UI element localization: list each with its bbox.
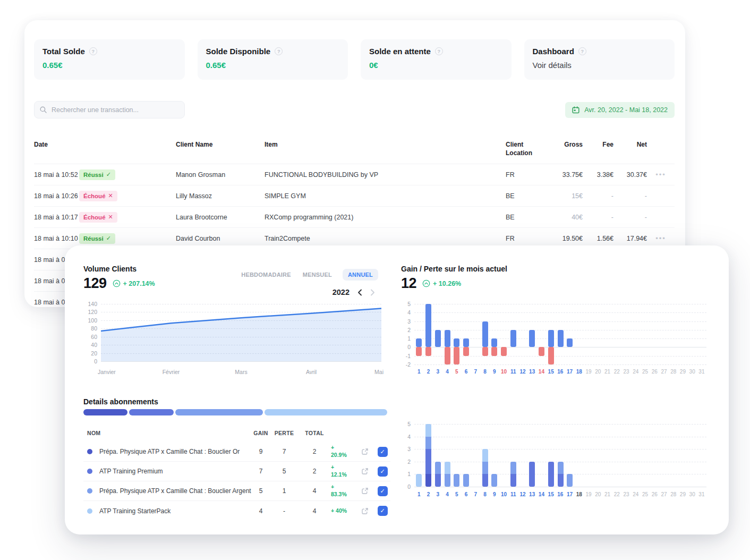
x-axis-label: 26 bbox=[650, 369, 659, 375]
y-axis-label: 2 bbox=[401, 459, 411, 465]
cell-gain: 5 bbox=[251, 487, 270, 495]
y-axis-label: 5 bbox=[401, 421, 411, 427]
x-axis-label: 16 bbox=[556, 491, 565, 497]
perte-bar bbox=[491, 347, 497, 355]
status-label: Échoué bbox=[83, 214, 106, 220]
x-axis-label: 21 bbox=[603, 491, 612, 497]
tab-mensuel[interactable]: MENSUEL bbox=[302, 269, 333, 281]
column-header: Gross bbox=[546, 141, 583, 149]
x-axis-label: 13 bbox=[527, 369, 537, 375]
stack-segment bbox=[510, 474, 516, 487]
x-axis-label: 16 bbox=[556, 369, 565, 375]
x-axis-label: Mars bbox=[235, 369, 247, 375]
cell-total: 2 bbox=[298, 448, 331, 455]
card-value: 0.65€ bbox=[206, 61, 340, 70]
x-axis-label: 30 bbox=[687, 369, 697, 375]
x-axis-label: 15 bbox=[546, 491, 556, 497]
search-icon bbox=[40, 106, 47, 113]
gain-bar bbox=[482, 321, 488, 347]
x-axis-label: 25 bbox=[641, 369, 650, 375]
column-header: Client Name bbox=[176, 141, 265, 149]
checkbox-checked[interactable]: ✓ bbox=[378, 466, 388, 477]
column-header: Net bbox=[613, 141, 647, 149]
y-axis-label: 3 bbox=[401, 446, 411, 452]
cell-client-name: Lilly Massoz bbox=[176, 192, 265, 200]
external-link-icon[interactable] bbox=[361, 507, 369, 515]
x-axis-label: 17 bbox=[565, 369, 575, 375]
status-badge: Échoué✕ bbox=[79, 191, 117, 201]
prev-year-button[interactable] bbox=[357, 289, 362, 296]
column-header: PERTE bbox=[270, 430, 298, 436]
help-icon[interactable]: ? bbox=[435, 47, 443, 55]
x-axis-label: 18 bbox=[574, 369, 584, 375]
x-axis-label: 14 bbox=[537, 369, 547, 375]
more-options-button[interactable]: ••• bbox=[655, 234, 666, 242]
x-axis-label: 10 bbox=[499, 369, 509, 375]
date-range-picker[interactable]: Avr. 20, 2022 - Mai 18, 2022 bbox=[565, 102, 675, 118]
card-value[interactable]: Voir détails bbox=[533, 61, 667, 70]
cell-item: SIMPLE GYM bbox=[265, 192, 506, 200]
help-icon[interactable]: ? bbox=[89, 47, 97, 55]
x-axis-label: 7 bbox=[471, 369, 480, 375]
table-row[interactable]: 18 mai à 10:26Échoué✕Lilly MassozSIMPLE … bbox=[34, 185, 675, 207]
external-link-icon[interactable] bbox=[361, 448, 369, 455]
stack-segment bbox=[445, 474, 450, 487]
stack-segment bbox=[482, 449, 488, 462]
perte-bar bbox=[425, 347, 431, 355]
series-color-dot bbox=[87, 469, 92, 474]
gridline bbox=[414, 312, 706, 313]
checkbox-checked[interactable]: ✓ bbox=[378, 447, 388, 457]
external-link-icon[interactable] bbox=[361, 487, 369, 495]
stack-segment bbox=[454, 474, 459, 487]
search-input[interactable] bbox=[52, 106, 179, 114]
cross-icon: ✕ bbox=[108, 214, 113, 220]
table-row[interactable]: 18 mai à 10:52Réussi✓Manon GrosmanFUNCTI… bbox=[34, 164, 675, 185]
summary-card[interactable]: Dashboard?Voir détails bbox=[524, 39, 675, 80]
checkbox-checked[interactable]: ✓ bbox=[378, 506, 388, 516]
stack-segment bbox=[435, 474, 441, 487]
summary-cards-row: Total Solde?0.65€Solde Disponible?0.65€S… bbox=[34, 39, 675, 80]
stacked-bar bbox=[416, 474, 422, 487]
cell-item: RXComp programming (2021) bbox=[265, 214, 506, 221]
x-axis-label: 22 bbox=[612, 491, 621, 497]
gain-bar bbox=[445, 330, 450, 347]
help-icon[interactable]: ? bbox=[275, 47, 283, 55]
gain-perte-section: Gain / Perte sur le mois actuel 12 + 10.… bbox=[401, 245, 712, 534]
x-axis-label: 10 bbox=[499, 491, 509, 497]
card-title: Dashboard bbox=[533, 47, 574, 56]
tab-annuel[interactable]: ANNUEL bbox=[343, 269, 378, 281]
gridline bbox=[414, 449, 706, 449]
x-axis-label: 1 bbox=[414, 369, 424, 375]
stacked-bar bbox=[425, 424, 431, 487]
stacked-bar bbox=[529, 462, 535, 487]
series-color-dot bbox=[87, 449, 92, 454]
checkbox-checked[interactable]: ✓ bbox=[378, 486, 388, 496]
card-title: Total Solde bbox=[42, 47, 85, 56]
gridline bbox=[414, 487, 706, 487]
card-title: Solde Disponible bbox=[206, 47, 271, 56]
column-header: Item bbox=[265, 141, 506, 149]
search-box[interactable] bbox=[34, 101, 185, 118]
tab-hebdomadaire[interactable]: HEBDOMADAIRE bbox=[240, 269, 292, 281]
status-label: Réussi bbox=[83, 172, 104, 178]
cell-net: - bbox=[613, 214, 647, 221]
perte-bar bbox=[463, 347, 469, 355]
cell-status: Réussi✓ bbox=[79, 233, 176, 244]
x-axis-label: 5 bbox=[452, 491, 462, 497]
table-row[interactable]: 18 mai à 10:17Échoué✕Laura BrootcorneRXC… bbox=[34, 207, 675, 228]
stack-segment bbox=[567, 474, 573, 487]
x-axis-label: 25 bbox=[641, 491, 650, 497]
x-axis-label: 27 bbox=[659, 369, 669, 375]
more-options-button[interactable]: ••• bbox=[655, 171, 666, 179]
status-badge: Échoué✕ bbox=[79, 212, 117, 223]
x-axis-label: 24 bbox=[631, 491, 641, 497]
gain-bar bbox=[567, 338, 573, 347]
external-link-icon[interactable] bbox=[361, 468, 369, 475]
next-year-button[interactable] bbox=[370, 289, 375, 296]
cell-total: 4 bbox=[298, 507, 331, 515]
x-axis-label: 12 bbox=[518, 491, 527, 497]
summary-card: Total Solde?0.65€ bbox=[34, 39, 185, 80]
x-axis-label: 13 bbox=[527, 491, 537, 497]
cell-fee: 1.56€ bbox=[583, 235, 613, 242]
help-icon[interactable]: ? bbox=[578, 47, 586, 55]
